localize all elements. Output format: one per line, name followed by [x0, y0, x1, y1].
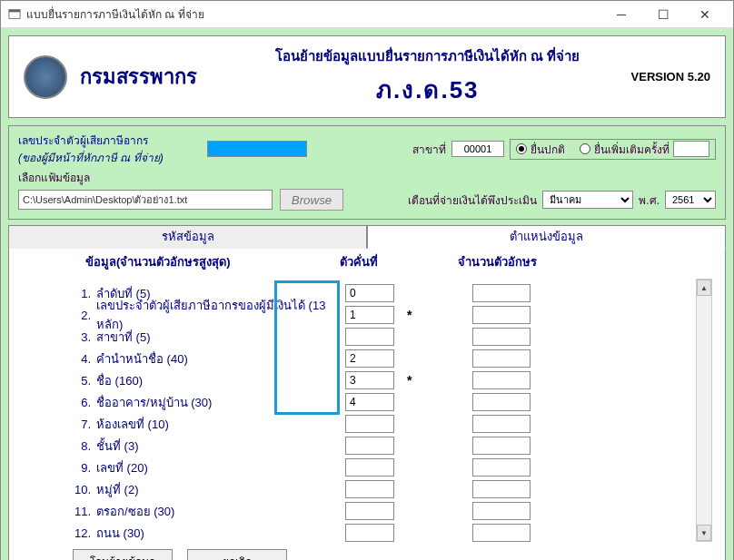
row-number: 2.	[71, 309, 93, 322]
file-label: เลือกแฟ้มข้อมูล	[18, 169, 90, 186]
char-count-input[interactable]	[472, 371, 531, 389]
separator-pos-input[interactable]	[345, 284, 394, 302]
char-count-input[interactable]	[472, 328, 531, 346]
header-center: โอนย้ายข้อมูลแบบยื่นรายการภาษีเงินได้หัก…	[224, 45, 631, 108]
separator-pos-input[interactable]	[345, 437, 394, 455]
table-row: 7.ห้องเลขที่ (10)	[71, 413, 689, 435]
radio-normal[interactable]	[516, 143, 527, 154]
separator-pos-input[interactable]	[345, 524, 394, 542]
char-count-input[interactable]	[472, 480, 531, 498]
scroll-down-button[interactable]: ▼	[697, 525, 711, 541]
close-button[interactable]: ✕	[684, 1, 726, 28]
row-label: ห้องเลขที่ (10)	[93, 415, 336, 434]
vertical-scrollbar[interactable]: ▲ ▼	[696, 279, 712, 542]
grid-body: ▲ ▼ 1.ลำดับที่ (5)2.เลขประจำตัวผู้เสียภา…	[9, 277, 725, 544]
month-select[interactable]: มีนาคม	[542, 191, 633, 209]
required-asterisk: *	[403, 373, 422, 388]
table-row: 2.เลขประจำตัวผู้เสียภาษีอากรของผู้มีเงิน…	[71, 304, 689, 326]
tab-position-data[interactable]: ตำแหน่งข้อมูล	[367, 225, 726, 249]
grid-header: ข้อมูล(จำนวนตัวอักษรสูงสุด) ตัวคั่นที่ จ…	[9, 249, 725, 277]
row-label: หมู่ที่ (2)	[93, 480, 336, 499]
table-row: 9.เลขที่ (20)	[71, 457, 689, 478]
row-number: 10.	[71, 483, 93, 496]
scroll-up-button[interactable]: ▲	[697, 280, 711, 296]
pay-month-label: เดือนที่จ่ายเงินได้พึงประเมิน	[408, 192, 537, 209]
scroll-track[interactable]	[697, 297, 711, 524]
col-data-label: ข้อมูล(จำนวนตัวอักษรสูงสุด)	[85, 252, 340, 271]
app-window: แบบยื่นรายการภาษีเงินได้หัก ณ ที่จ่าย ─ …	[0, 0, 734, 560]
char-count-input[interactable]	[472, 393, 531, 411]
tabs-row: รหัสข้อมูล ตำแหน่งข้อมูล	[8, 225, 726, 249]
cancel-button[interactable]: ยกเลิก	[187, 549, 287, 560]
additional-times-input[interactable]	[673, 141, 709, 157]
char-count-input[interactable]	[472, 502, 531, 520]
minimize-button[interactable]: ─	[600, 1, 642, 28]
radio-normal-label: ยื่นปกติ	[531, 141, 565, 158]
svg-rect-1	[9, 9, 20, 12]
table-row: 8.ชั้นที่ (3)	[71, 435, 689, 457]
row-number: 8.	[71, 439, 93, 453]
row-label: ถนน (30)	[93, 524, 336, 543]
char-count-input[interactable]	[472, 524, 531, 542]
separator-pos-input[interactable]	[345, 328, 394, 346]
form-code: ภ.ง.ด.53	[224, 71, 631, 108]
tab-code-data[interactable]: รหัสข้อมูล	[8, 225, 367, 249]
row-label: คำนำหน้าชื่อ (40)	[93, 349, 336, 368]
year-select[interactable]: 2561	[665, 191, 716, 209]
char-count-input[interactable]	[472, 306, 531, 324]
row-label: ตรอก/ซอย (30)	[93, 502, 336, 521]
tax-id-input[interactable]	[207, 141, 307, 157]
table-row: 4.คำนำหน้าชื่อ (40)	[71, 348, 689, 369]
table-row: 6.ชื่ออาคาร/หมู่บ้าน (30)	[71, 391, 689, 413]
separator-pos-input[interactable]	[345, 371, 394, 389]
year-label: พ.ศ.	[639, 192, 660, 209]
separator-pos-input[interactable]	[345, 306, 394, 324]
required-asterisk: *	[403, 308, 422, 322]
row-label: ชื่อ (160)	[93, 371, 336, 390]
tab-content: ข้อมูล(จำนวนตัวอักษรสูงสุด) ตัวคั่นที่ จ…	[8, 249, 726, 560]
transfer-button[interactable]: โอนย้ายข้อมูล	[73, 549, 173, 560]
header-panel: กรมสรรพากร โอนย้ายข้อมูลแบบยื่นรายการภาษ…	[8, 35, 726, 118]
branch-label: สาขาที่	[412, 141, 446, 158]
app-icon	[8, 8, 21, 21]
row-number: 5.	[71, 374, 93, 388]
separator-pos-input[interactable]	[345, 480, 394, 498]
row-label: ชั้นที่ (3)	[93, 437, 336, 456]
table-row: 3.สาขาที่ (5)	[71, 326, 689, 348]
separator-pos-input[interactable]	[345, 415, 394, 433]
char-count-input[interactable]	[472, 437, 531, 455]
row-number: 6.	[71, 396, 93, 409]
separator-pos-input[interactable]	[345, 458, 394, 476]
col-char-count: จำนวนตัวอักษร	[458, 252, 585, 271]
table-row: 5.ชื่อ (160)*	[71, 369, 689, 391]
separator-pos-input[interactable]	[345, 349, 394, 368]
row-number: 3.	[71, 330, 93, 344]
branch-input[interactable]	[451, 141, 504, 157]
separator-pos-input[interactable]	[345, 502, 394, 520]
row-number: 1.	[71, 287, 93, 300]
browse-button[interactable]: Browse	[280, 189, 343, 211]
version-label: VERSION 5.20	[631, 70, 710, 84]
row-number: 11.	[71, 505, 93, 518]
table-row: 11.ตรอก/ซอย (30)	[71, 500, 689, 522]
maximize-button[interactable]: ☐	[642, 1, 684, 28]
col-separator-pos: ตัวคั่นที่	[340, 252, 458, 271]
table-row: 12.ถนน (30)	[71, 522, 689, 544]
char-count-input[interactable]	[472, 458, 531, 476]
separator-pos-input[interactable]	[345, 393, 394, 411]
table-row: 10.หมู่ที่ (2)	[71, 478, 689, 500]
char-count-input[interactable]	[472, 415, 531, 433]
revenue-dept-logo	[24, 55, 67, 99]
titlebar: แบบยื่นรายการภาษีเงินได้หัก ณ ที่จ่าย ─ …	[1, 1, 733, 28]
row-number: 12.	[71, 526, 93, 540]
radio-additional[interactable]	[580, 143, 590, 154]
row-number: 4.	[71, 352, 93, 366]
filing-type-group: ยื่นปกติ ยื่นเพิ่มเติมครั้งที่	[510, 139, 716, 160]
char-count-input[interactable]	[472, 349, 531, 368]
footer-buttons: โอนย้ายข้อมูล ยกเลิก	[9, 544, 725, 560]
char-count-input[interactable]	[472, 284, 531, 302]
dept-name: กรมสรรพากร	[80, 61, 197, 93]
radio-additional-label: ยื่นเพิ่มเติมครั้งที่	[594, 141, 670, 158]
file-path-input[interactable]	[18, 190, 273, 210]
tax-id-label: เลขประจำตัวผู้เสียภาษีอากร	[18, 132, 200, 149]
